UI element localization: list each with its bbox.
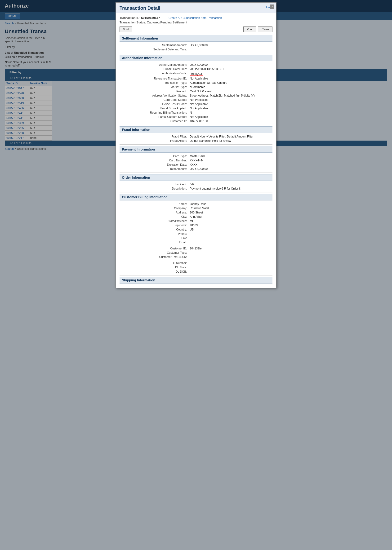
payment-field-row: Expiration Date: XXXX <box>119 163 273 167</box>
modal-body: Transaction ID: 60159139647 Create ARB S… <box>116 13 276 288</box>
payment-field-label: Card Number: <box>119 158 189 163</box>
billing-field-label: Customer Type: <box>119 251 189 255</box>
auth-field-row: CAVV Result Code: Not Applicable <box>119 102 273 106</box>
billing-field-row: Address: 100 Street <box>119 210 273 215</box>
fraud-field-value: Default Hourly Velocity Filter, Default … <box>189 134 273 139</box>
billing-field-value <box>189 236 273 240</box>
billing-field-value <box>189 261 273 265</box>
modal-title: Transaction Detail <box>119 6 160 11</box>
auth-field-label: Authorization Amount: <box>119 63 189 67</box>
auth-field-value: Street Address: Match Zip: Matched first… <box>189 93 273 98</box>
auth-field-row: Market Type: eCommerce <box>119 85 273 89</box>
auth-field-value: Authorization w/ Auto Capture <box>189 81 273 85</box>
billing-field-row: Customer TaxID/SSN: <box>119 255 273 259</box>
order-field-value: 6-R <box>189 182 273 187</box>
order-field-row: Invoice #: 6-R <box>119 182 273 187</box>
billing-field-label: Phone: <box>119 232 189 236</box>
transaction-detail-modal: × Transaction Detail Help Transaction ID… <box>116 2 276 288</box>
authorization-table: Authorization Amount: USD 3,000.00 Submi… <box>119 63 273 123</box>
billing-field-row: DL Number: <box>119 261 273 265</box>
auth-field-value: eCommerce <box>189 85 273 89</box>
billing-field-row: State/Province: MI <box>119 219 273 223</box>
arb-link[interactable]: Create ARB Subscription from Transaction <box>168 16 222 20</box>
billing-field-label: DL DOB: <box>119 270 189 274</box>
modal-header: Transaction Detail Help <box>116 3 276 13</box>
payment-table: Card Type: MasterCard Card Number: XXXX4… <box>119 154 273 171</box>
auth-field-label: Market Type: <box>119 85 189 89</box>
trans-status-value: Captured/Pending Settlement <box>147 21 187 24</box>
auth-field-value: Not Applicable <box>189 106 273 111</box>
auth-field-row: Authorization Amount: USD 3,000.00 <box>119 63 273 67</box>
modal-action-buttons: Void Print Close <box>119 27 273 32</box>
trans-status-label: Transaction Status: <box>119 21 146 24</box>
fraud-section-header: Fraud Information <box>119 126 273 133</box>
billing-field-label: Customer ID: <box>119 246 189 251</box>
modal-close-button[interactable]: × <box>270 5 274 9</box>
billing-field-label: Country: <box>119 227 189 232</box>
payment-field-value: USD 3,000.00 <box>189 167 273 171</box>
auth-field-label: Recurring Billing Transaction: <box>119 111 189 115</box>
billing-field-label: DL Number: <box>119 261 189 265</box>
fraud-field-value: Do not authorize. Hold for review <box>189 139 273 143</box>
billing-field-value <box>189 240 273 244</box>
order-field-value: Payment against Invoice 6-R for Order 8 <box>189 187 273 191</box>
billing-field-row: Email: <box>119 240 273 244</box>
auth-field-value: Not Processed <box>189 98 273 102</box>
void-button[interactable]: Void <box>119 27 132 32</box>
payment-field-label: Expiration Date: <box>119 163 189 167</box>
payment-field-label: Total Amount: <box>119 167 189 171</box>
fraud-field-row: Fraud Filter: Default Hourly Velocity Fi… <box>119 134 273 139</box>
order-field-label: Description: <box>119 187 189 191</box>
billing-field-label: State/Province: <box>119 219 189 223</box>
order-field-row: Description: Payment against Invoice 6-R… <box>119 187 273 191</box>
fraud-field-row: Fraud Action: Do not authorize. Hold for… <box>119 139 273 143</box>
payment-field-row: Card Number: XXXX4444 <box>119 158 273 163</box>
auth-field-value: Not Applicable <box>189 102 273 106</box>
billing-field-row: Customer ID: 304133fe <box>119 246 273 251</box>
auth-field-label: Submit Date/Time: <box>119 67 189 71</box>
auth-field-value: 28 Dec 2020 13:25:33 PST <box>189 67 273 71</box>
fraud-field-label: Fraud Filter: <box>119 134 189 139</box>
billing-field-value: Johnny Rose <box>189 202 273 206</box>
billing-field-value: Ann Arbor <box>189 215 273 219</box>
fraud-field-label: Fraud Action: <box>119 139 189 143</box>
auth-field-row: Recurring Billing Transaction: N <box>119 111 273 115</box>
payment-section-header: Payment Information <box>119 146 273 153</box>
settlement-amount-value: USD 3,000.00 <box>189 43 273 47</box>
auth-field-label: Transaction Type: <box>119 81 189 85</box>
billing-field-value <box>189 270 273 274</box>
auth-field-label: Partial Capture Status: <box>119 115 189 119</box>
right-buttons: Print Close <box>243 27 273 32</box>
auth-field-value: 184.72.88.180 <box>189 119 273 123</box>
billing-section-header: Customer Billing Information <box>119 194 273 201</box>
payment-field-value: XXXX <box>189 163 273 167</box>
transaction-id-line: Transaction ID: 60159139647 Create ARB S… <box>119 16 273 20</box>
auth-field-row: Authorization Code: 0T8QC3 <box>119 71 273 77</box>
auth-field-label: Authorization Code: <box>119 71 189 77</box>
transaction-status-line: Transaction Status: Captured/Pending Set… <box>119 21 273 24</box>
shipping-section-header: Shipping Information <box>119 277 273 284</box>
auth-field-label: Card Code Status: <box>119 98 189 102</box>
auth-field-value: N <box>189 111 273 115</box>
settlement-table: Settlement Amount: USD 3,000.00 Settleme… <box>119 43 273 52</box>
auth-field-label: Address Verification Status: <box>119 93 189 98</box>
order-table: Invoice #: 6-R Description: Payment agai… <box>119 182 273 191</box>
auth-field-row: Address Verification Status: Street Addr… <box>119 93 273 98</box>
billing-field-label: Fax: <box>119 236 189 240</box>
billing-field-value <box>189 232 273 236</box>
auth-field-row: Fraud Score Applied: Not Applicable <box>119 106 273 111</box>
billing-field-row: Customer Type: <box>119 251 273 255</box>
close-button[interactable]: Close <box>258 27 273 32</box>
billing-field-value <box>189 251 273 255</box>
order-section-header: Order Information <box>119 174 273 181</box>
billing-field-label: Email: <box>119 240 189 244</box>
billing-field-row: Name: Johnny Rose <box>119 202 273 206</box>
settlement-date-row: Settlement Date and Time: <box>119 47 273 52</box>
payment-field-value: XXXX4444 <box>189 158 273 163</box>
settlement-date-value <box>189 47 273 52</box>
billing-field-label: Name: <box>119 202 189 206</box>
billing-field-row: City: Ann Arbor <box>119 215 273 219</box>
order-field-label: Invoice #: <box>119 182 189 187</box>
payment-field-row: Total Amount: USD 3,000.00 <box>119 167 273 171</box>
print-button[interactable]: Print <box>243 27 256 32</box>
